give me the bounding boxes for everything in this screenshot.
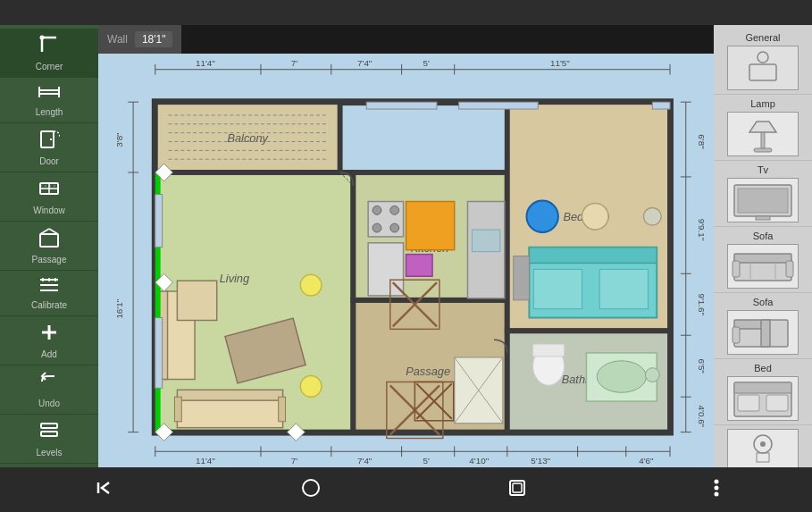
undo-label: Undo (38, 399, 60, 408)
svg-point-0 (40, 36, 45, 40)
home-button[interactable] (282, 470, 339, 510)
svg-text:11'4": 11'4" (196, 456, 215, 466)
sofa2-label: Sofa (753, 297, 774, 307)
levels-label: Levels (37, 448, 63, 457)
door-label: Door (39, 156, 59, 166)
svg-rect-141 (366, 102, 437, 109)
svg-text:5': 5' (423, 58, 429, 68)
calibrate-icon (38, 276, 60, 298)
lamp-preview (727, 112, 799, 156)
svg-point-92 (300, 274, 322, 296)
svg-point-98 (390, 206, 399, 214)
svg-rect-84 (177, 397, 282, 427)
sofa1-label: Sofa (753, 231, 774, 241)
tool-passage[interactable]: Passage (0, 222, 98, 271)
svg-rect-111 (514, 256, 530, 300)
svg-rect-150 (754, 148, 772, 152)
recent-button[interactable] (489, 470, 546, 510)
svg-rect-110 (599, 269, 648, 308)
furniture-tv[interactable]: Tv (714, 161, 812, 227)
floor-plan[interactable]: 11'4" 7' 7'4" 5' 11'5" 11'4" 7' 7'4" 5' … (98, 54, 714, 467)
svg-text:Living: Living (220, 272, 249, 285)
sofa1-preview (727, 244, 799, 289)
svg-rect-166 (734, 382, 791, 393)
add-icon (38, 322, 60, 348)
svg-text:16'1": 16'1" (114, 298, 124, 318)
svg-rect-156 (732, 261, 740, 277)
svg-text:7'4": 7'4" (357, 58, 373, 68)
svg-rect-167 (738, 395, 759, 411)
more-preview (727, 429, 799, 467)
length-label: Length (36, 107, 63, 117)
svg-rect-22 (41, 432, 57, 436)
tool-undo[interactable]: Undo (0, 365, 98, 415)
svg-rect-144 (155, 318, 163, 389)
furniture-sofa1[interactable]: Sofa (714, 227, 812, 293)
svg-rect-145 (652, 102, 670, 109)
furniture-more[interactable] (714, 425, 812, 467)
svg-rect-157 (786, 261, 793, 277)
window-label: Window (33, 206, 65, 215)
bottom-nav (0, 467, 812, 512)
svg-rect-91 (177, 281, 216, 320)
back-button[interactable] (75, 470, 132, 510)
svg-text:Passage: Passage (406, 365, 450, 378)
menu-button[interactable] (696, 470, 737, 510)
svg-rect-103 (472, 230, 500, 252)
svg-point-93 (300, 376, 322, 398)
svg-text:5'13": 5'13" (531, 456, 550, 466)
svg-point-170 (760, 441, 766, 447)
svg-point-116 (645, 368, 659, 382)
svg-point-100 (390, 223, 399, 232)
svg-rect-87 (279, 397, 286, 422)
tool-levels[interactable]: Levels (0, 415, 98, 464)
svg-rect-85 (177, 390, 282, 400)
svg-rect-171 (757, 453, 769, 462)
bed-label: Bed (754, 363, 772, 374)
svg-point-106 (643, 207, 661, 225)
svg-text:9'1.6": 9'1.6" (697, 293, 707, 315)
svg-text:6'8": 6'8" (697, 134, 707, 149)
svg-rect-164 (761, 320, 770, 347)
svg-text:11'4": 11'4" (196, 58, 215, 68)
tool-length[interactable]: Length (0, 78, 98, 123)
bed-preview (727, 376, 799, 421)
corner-icon (38, 34, 60, 60)
furniture-sofa2[interactable]: Sofa (714, 293, 812, 359)
svg-text:6'5": 6'5" (697, 359, 707, 374)
furniture-general[interactable]: General (714, 29, 812, 95)
furniture-lamp[interactable]: Lamp (714, 95, 812, 161)
tv-label: Tv (758, 164, 768, 175)
svg-text:4'6": 4'6" (639, 456, 654, 466)
svg-rect-162 (732, 327, 740, 343)
furniture-bed[interactable]: Bed (714, 359, 812, 425)
tool-corner[interactable]: Corner (0, 29, 98, 78)
svg-rect-152 (738, 189, 788, 213)
wall-label: Wall (107, 33, 128, 46)
svg-text:4'10": 4'10" (469, 456, 489, 466)
calibrate-label: Calibrate (31, 300, 67, 310)
svg-rect-155 (734, 254, 791, 263)
svg-point-177 (715, 485, 719, 490)
tool-door[interactable]: Door (0, 123, 98, 172)
svg-rect-168 (766, 395, 788, 411)
svg-text:7': 7' (291, 58, 297, 68)
levels-icon (38, 420, 60, 446)
svg-point-105 (582, 203, 609, 230)
svg-rect-95 (406, 255, 433, 277)
tool-window[interactable]: Window (0, 172, 98, 222)
top-bar (0, 0, 812, 25)
sofa2-preview (727, 310, 799, 355)
lamp-label: Lamp (750, 98, 775, 109)
svg-rect-108 (529, 248, 657, 264)
length-icon (38, 83, 60, 105)
tool-calibrate[interactable]: Calibrate (0, 271, 98, 316)
svg-rect-86 (174, 397, 181, 422)
tool-add[interactable]: Add (0, 316, 98, 365)
svg-rect-147 (749, 64, 776, 80)
passage-label: Passage (32, 255, 67, 264)
general-label: General (745, 32, 780, 43)
window-icon (38, 178, 60, 204)
svg-rect-142 (459, 102, 539, 109)
svg-point-173 (303, 480, 319, 496)
